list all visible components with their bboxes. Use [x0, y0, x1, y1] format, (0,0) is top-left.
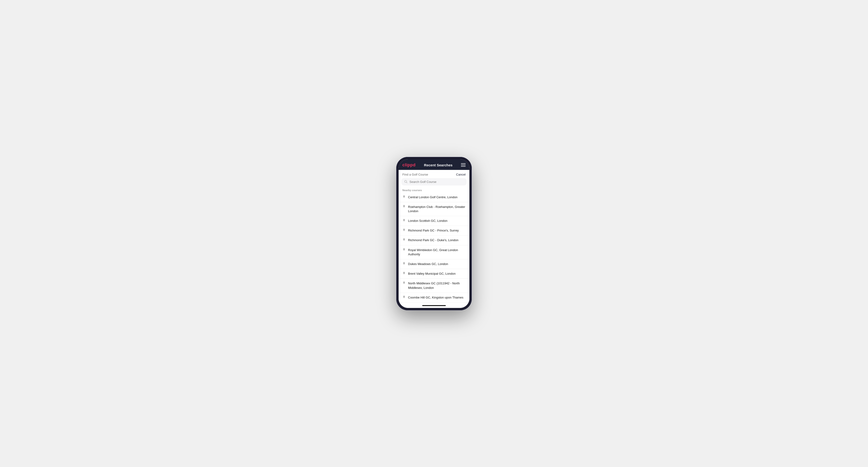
app-header: clippd Recent Searches [399, 159, 469, 170]
course-list-item[interactable]: Richmond Park GC - Prince's, Surrey [399, 226, 469, 236]
phone-device: clippd Recent Searches Find a Golf Cours… [396, 157, 472, 310]
location-pin-icon [402, 272, 406, 275]
course-name: Coombe Hill GC, Kingston upon Thames [408, 295, 464, 300]
location-pin-icon [402, 296, 406, 299]
menu-icon[interactable] [461, 163, 466, 166]
course-list-item[interactable]: North Middlesex GC (1011942 - North Midd… [399, 279, 469, 292]
course-name: Roehampton Club - Roehampton, Greater Lo… [408, 205, 466, 213]
nearby-courses-label: Nearby courses [399, 187, 469, 192]
phone-screen: clippd Recent Searches Find a Golf Cours… [399, 159, 469, 308]
course-list-item[interactable]: Central London Golf Centre, London [399, 192, 469, 202]
course-name: Brent Valley Municipal GC, London [408, 272, 456, 276]
location-pin-icon [402, 195, 406, 199]
location-pin-icon [402, 229, 406, 232]
search-input[interactable] [409, 180, 464, 184]
course-list-item[interactable]: Brent Valley Municipal GC, London [399, 269, 469, 279]
home-indicator [399, 304, 469, 308]
find-label: Find a Golf Course [402, 173, 428, 176]
course-list-item[interactable]: London Scottish GC, London [399, 216, 469, 226]
search-bar [401, 178, 467, 185]
header-title: Recent Searches [424, 163, 453, 167]
home-bar [422, 305, 446, 306]
location-pin-icon [402, 262, 406, 266]
search-icon [404, 180, 408, 183]
course-name: London Scottish GC, London [408, 219, 447, 223]
location-pin-icon [402, 205, 406, 208]
course-list-item[interactable]: Roehampton Club - Roehampton, Greater Lo… [399, 202, 469, 216]
cancel-button[interactable]: Cancel [456, 173, 466, 176]
course-list-item[interactable]: Richmond Park GC - Duke's, London [399, 236, 469, 245]
location-pin-icon [402, 238, 406, 242]
find-header: Find a Golf Course Cancel [399, 170, 469, 178]
course-name: Richmond Park GC - Duke's, London [408, 238, 458, 242]
course-name: Dukes Meadows GC, London [408, 262, 448, 266]
app-logo: clippd [402, 163, 415, 167]
course-name: Royal Wimbledon GC, Great London Authori… [408, 248, 466, 256]
location-pin-icon [402, 282, 406, 285]
location-pin-icon [402, 248, 406, 252]
course-name: North Middlesex GC (1011942 - North Midd… [408, 281, 466, 290]
content-area: Find a Golf Course Cancel Nearby courses [399, 170, 469, 304]
course-name: Central London Golf Centre, London [408, 195, 458, 199]
search-bar-container [399, 178, 469, 187]
location-pin-icon [402, 219, 406, 222]
course-list: Central London Golf Centre, London Roeha… [399, 192, 469, 304]
course-name: Richmond Park GC - Prince's, Surrey [408, 228, 459, 233]
course-list-item[interactable]: Royal Wimbledon GC, Great London Authori… [399, 245, 469, 259]
course-list-item[interactable]: Coombe Hill GC, Kingston upon Thames [399, 293, 469, 303]
svg-line-1 [406, 182, 407, 183]
course-list-item[interactable]: Dukes Meadows GC, London [399, 259, 469, 269]
